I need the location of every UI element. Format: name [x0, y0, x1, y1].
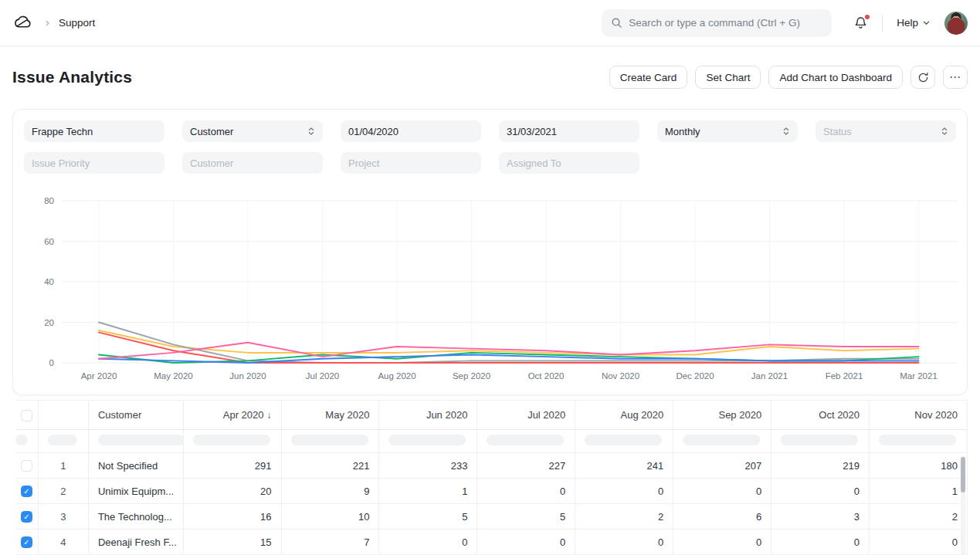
from-date[interactable]: 01/04/2020 [341, 120, 481, 142]
set-chart-button[interactable]: Set Chart [695, 66, 761, 89]
column-filter-input[interactable] [781, 435, 858, 445]
customer-filter[interactable]: Customer [182, 152, 323, 174]
to-date-text: 31/03/2021 [507, 126, 557, 137]
month-column-header[interactable]: Dec 2020 [967, 401, 968, 430]
table-row: ✓4Deenaji Fresh F...157000000 [15, 530, 968, 555]
month-column-header[interactable]: Jul 2020 [477, 401, 575, 430]
range-select[interactable]: Monthly [657, 120, 798, 142]
month-column-header[interactable]: May 2020 [281, 401, 379, 430]
project-filter[interactable]: Project [341, 152, 481, 174]
value-cell: 0 [673, 530, 771, 555]
row-checkbox[interactable]: ✓ [21, 486, 32, 497]
value-cell: 0 [771, 530, 870, 555]
search-input[interactable]: Search or type a command (Ctrl + G) [602, 9, 832, 37]
customer-cell[interactable]: Not Specified [88, 453, 183, 479]
menu-button[interactable]: ⋯ [943, 66, 968, 89]
column-filter-input[interactable] [48, 435, 77, 445]
month-column-header[interactable]: Nov 2020 [870, 401, 968, 430]
value-cell: 0 [477, 530, 575, 555]
month-column-header[interactable]: Aug 2020 [575, 401, 673, 430]
month-column-header[interactable]: Apr 2020↓ [183, 401, 281, 430]
value-cell: 15 [183, 530, 281, 555]
column-filter-input[interactable] [98, 435, 183, 445]
table-filter-row [15, 430, 968, 453]
frappe-cloud-logo-icon[interactable] [12, 12, 33, 33]
help-label: Help [897, 17, 918, 29]
select-all-checkbox[interactable] [21, 410, 32, 421]
value-cell [967, 479, 968, 504]
column-filter-input[interactable] [388, 435, 466, 445]
index-column-header [38, 401, 88, 430]
value-cell: 2 [870, 504, 968, 530]
chart-line-gray [99, 323, 919, 364]
search-icon [611, 17, 622, 29]
row-checkbox[interactable]: ✓ [21, 536, 32, 548]
svg-text:Jan 2021: Jan 2021 [751, 371, 788, 381]
add-chart-to-dashboard-button[interactable]: Add Chart to Dashboard [768, 66, 903, 89]
create-card-button[interactable]: Create Card [609, 66, 688, 89]
value-cell: 20 [183, 479, 281, 504]
svg-text:40: 40 [44, 277, 54, 286]
help-menu[interactable]: Help [897, 17, 931, 29]
table-header-row: CustomerApr 2020↓May 2020Jun 2020Jul 202… [15, 401, 968, 430]
customer-column-header[interactable]: Customer [88, 401, 183, 430]
column-filter-input[interactable] [683, 435, 760, 445]
based-on-select[interactable]: Customer [182, 120, 323, 142]
column-filter-input[interactable] [879, 435, 956, 445]
month-column-header[interactable]: Sep 2020 [673, 401, 771, 430]
table-row: ✓2Unimix Equipm...209100001 [15, 479, 968, 504]
value-cell: 0 [673, 479, 771, 504]
vertical-scrollbar[interactable] [961, 455, 965, 555]
column-filter-input[interactable] [15, 435, 28, 445]
issue-priority-filter[interactable]: Issue Priority [24, 152, 164, 174]
column-filter-input[interactable] [291, 435, 368, 445]
row-checkbox[interactable] [21, 460, 32, 472]
breadcrumb[interactable]: Support [59, 17, 95, 29]
value-cell: 5 [477, 504, 575, 530]
value-cell: 1 [379, 479, 477, 504]
row-checkbox[interactable]: ✓ [21, 511, 32, 523]
row-index: 4 [38, 530, 88, 555]
issue-priority-filter-text: Issue Priority [32, 157, 90, 169]
svg-text:Apr 2020: Apr 2020 [81, 371, 117, 381]
nav-divider [882, 15, 883, 32]
user-avatar[interactable] [944, 12, 968, 35]
value-cell: 2 [575, 504, 673, 530]
notifications-bell-icon[interactable] [853, 15, 868, 30]
status-select-text: Status [823, 126, 852, 137]
svg-text:20: 20 [44, 318, 54, 327]
value-cell: 0 [771, 479, 870, 504]
chevron-down-icon [922, 19, 931, 27]
column-filter-input[interactable] [585, 435, 662, 445]
value-cell [967, 453, 968, 479]
month-column-header[interactable]: Jun 2020 [379, 401, 477, 430]
status-select[interactable]: Status [816, 120, 956, 142]
customer-cell[interactable]: Deenaji Fresh F... [88, 530, 183, 555]
customer-cell[interactable]: Unimix Equipm... [88, 479, 183, 504]
sort-desc-icon: ↓ [267, 410, 272, 421]
value-cell: 7 [281, 530, 379, 555]
table-row: 1Not Specified291221233227241207219180 [15, 453, 968, 479]
column-filter-input[interactable] [487, 435, 564, 445]
analytics-table: CustomerApr 2020↓May 2020Jun 2020Jul 202… [0, 400, 968, 555]
value-cell: 9 [281, 479, 379, 504]
refresh-button[interactable] [910, 66, 935, 89]
select-caret-icon [307, 127, 315, 136]
value-cell: 1 [870, 479, 968, 504]
value-cell: 180 [870, 453, 968, 479]
issue-analytics-chart: 020406080Apr 2020May 2020Jun 2020Jul 202… [24, 191, 956, 388]
svg-text:Mar 2021: Mar 2021 [900, 371, 938, 381]
from-date-text: 01/04/2020 [348, 126, 398, 137]
customer-cell[interactable]: The Technolog... [88, 504, 183, 530]
column-filter-input[interactable] [193, 435, 270, 445]
select-caret-icon [782, 127, 790, 136]
company-filter[interactable]: Frappe Techn [24, 120, 164, 142]
scrollbar-thumb[interactable] [961, 457, 965, 492]
refresh-icon [917, 72, 929, 83]
svg-text:May 2020: May 2020 [154, 371, 193, 381]
assigned-to-filter[interactable]: Assigned To [499, 152, 639, 174]
to-date[interactable]: 31/03/2021 [499, 120, 639, 142]
month-column-header[interactable]: Oct 2020 [771, 401, 870, 430]
select-caret-icon [941, 127, 948, 136]
svg-text:Oct 2020: Oct 2020 [528, 371, 565, 381]
